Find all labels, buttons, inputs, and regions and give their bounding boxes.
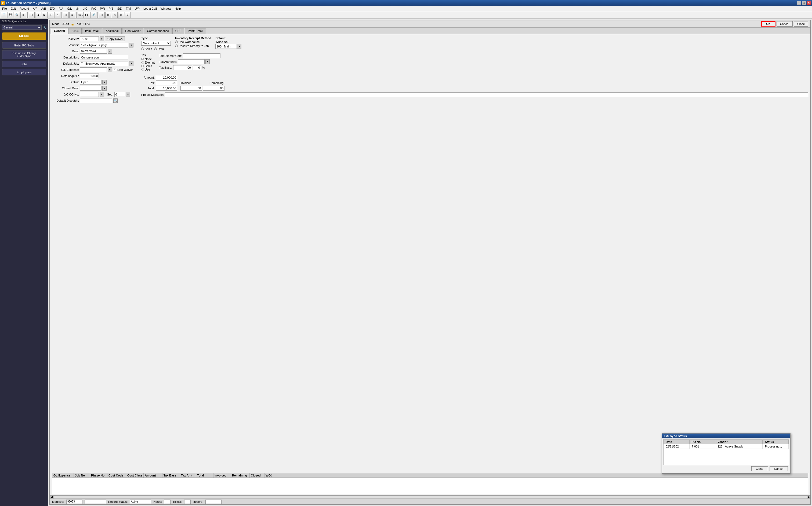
copy-rows-button[interactable]: Copy Rows [105,36,125,41]
menu-record[interactable]: Record [18,7,30,10]
tab-general[interactable]: General [51,28,68,34]
menu-pc[interactable]: P/C [90,7,98,10]
menu-eo[interactable]: E/O [48,7,57,10]
toolbar-new[interactable]: 📄 [1,12,7,18]
sidebar-item-posub-sync[interactable]: PO/Sub and ChangeOrder Sync [2,50,46,59]
default-job-input[interactable] [80,61,128,66]
sidebar-menu-button[interactable]: MENU [2,32,46,40]
sync-cancel-button[interactable]: Cancel [769,466,788,471]
record-status-input[interactable] [130,500,151,504]
seq-input[interactable] [115,92,125,97]
basic-radio[interactable] [141,48,144,50]
toolbar-details[interactable]: ⊟ [99,12,105,18]
status-extra-input[interactable] [85,500,106,504]
po-sub-dropdown[interactable]: ▼ [100,36,104,41]
tax-none-radio[interactable] [141,58,144,60]
sidebar-item-jobs[interactable]: Jobs [2,61,46,67]
record-input[interactable] [205,500,222,504]
total-input[interactable] [156,86,177,91]
toolbar-list[interactable]: ≡ [69,12,75,18]
window-controls[interactable]: ─ □ ✕ [797,1,811,5]
tab-print-email[interactable]: Print/E-mail [185,28,206,34]
sidebar-item-enter-po-subs[interactable]: Enter PO/Subs [2,42,46,49]
jc-co-dropdown[interactable]: ▼ [100,92,104,97]
toolbar-refresh[interactable]: ↺ [125,12,131,18]
toolbar-back[interactable]: ⊣ [29,12,34,18]
whse-no-dropdown[interactable]: ▼ [237,44,241,49]
sync-close-button[interactable]: Close [751,466,768,471]
toolbar-sql[interactable]: SQL [78,12,83,18]
menu-gl[interactable]: G/L [66,7,74,10]
gl-expense-dropdown[interactable]: ▼ [108,67,112,72]
closed-date-dropdown[interactable]: ▼ [102,86,106,91]
toolbar-save[interactable]: 💾 [7,12,13,18]
menu-window[interactable]: Window [159,7,173,10]
scroll-track[interactable] [54,496,807,499]
tax-amount-input[interactable] [156,81,177,85]
default-dispatch-input[interactable] [80,98,112,103]
toolbar-end[interactable]: ⊢ [48,12,54,18]
menu-edit[interactable]: Edit [9,7,17,10]
toolbar-columns[interactable]: ⊠ [105,12,111,18]
tax-exempt-radio[interactable] [141,61,144,64]
sidebar-category-select[interactable]: General [2,25,42,30]
default-job-dropdown[interactable]: ▼ [129,61,134,66]
tab-additional[interactable]: Additional [102,28,121,34]
tab-correspondence[interactable]: Correspondence [144,28,171,34]
menu-sd[interactable]: S/D [116,7,124,10]
pm-input[interactable] [165,92,808,97]
menu-log-call[interactable]: Log a Call [142,7,158,10]
lien-waiver-checkbox[interactable] [113,68,116,71]
tickler-input[interactable] [184,500,191,504]
toolbar-prev[interactable]: ◀ [35,12,41,18]
menu-up[interactable]: U/P [133,7,141,10]
whse-no-input[interactable] [215,44,237,49]
minimize-button[interactable]: ─ [797,1,801,5]
menu-file[interactable]: File [1,7,9,10]
menu-pr[interactable]: P/R [98,7,106,10]
notes-input[interactable] [164,500,170,504]
invoiced-input[interactable] [180,86,202,91]
sidebar-wrench-icon[interactable]: 🔧 [43,26,47,29]
remaining-input[interactable] [203,86,224,91]
toolbar-grid[interactable]: ⊞ [63,12,69,18]
vendor-dropdown[interactable]: ▼ [129,43,134,48]
tab-basic[interactable]: Basic [68,28,82,34]
amount-input[interactable] [156,75,177,80]
tax-authority-input[interactable] [178,59,205,64]
gl-expense-input[interactable] [80,67,107,72]
menu-ps[interactable]: P/S [107,7,115,10]
menu-in[interactable]: I/N [74,7,81,10]
menu-ap[interactable]: A/P [31,7,39,10]
toolbar-link[interactable]: 🔗 [90,12,96,18]
jc-co-input[interactable] [80,92,99,97]
detail-radio[interactable] [154,48,157,50]
tax-authority-dropdown[interactable]: ▼ [205,59,210,64]
status-input[interactable] [80,80,101,85]
menu-help[interactable]: Help [173,7,182,10]
menu-tm[interactable]: T/M [124,7,133,10]
tax-sales-radio[interactable] [141,65,144,67]
sidebar-item-employees[interactable]: Employees [2,69,46,75]
close-button[interactable]: Close [794,21,808,26]
tab-item-detail[interactable]: Item Detail [82,28,102,34]
retainage-input[interactable] [80,74,99,78]
toolbar-next[interactable]: ▶ [42,12,48,18]
horizontal-scrollbar[interactable]: ◀ ▶ [50,495,810,499]
tax-use-radio[interactable] [141,68,144,71]
status-dropdown[interactable]: ▼ [102,80,106,85]
closed-date-input[interactable] [80,86,101,91]
description-input[interactable] [80,55,128,60]
toolbar-find[interactable]: ⊕ [20,12,26,18]
toolbar-delete[interactable]: ✕ [55,12,60,18]
type-select[interactable]: Subcontract [141,41,171,46]
toolbar-search[interactable]: 🔍 [14,12,20,18]
use-warehouse-radio[interactable] [175,40,178,43]
tax-pct-input[interactable] [193,65,201,70]
vendor-input[interactable] [80,43,128,48]
toolbar-run[interactable]: ▶▶ [84,12,90,18]
seq-dropdown[interactable]: ▼ [126,92,130,97]
tab-lien-waiver[interactable]: Lien Waiver [122,28,144,34]
menu-jc[interactable]: J/C [82,7,89,10]
restore-button[interactable]: □ [802,1,806,5]
